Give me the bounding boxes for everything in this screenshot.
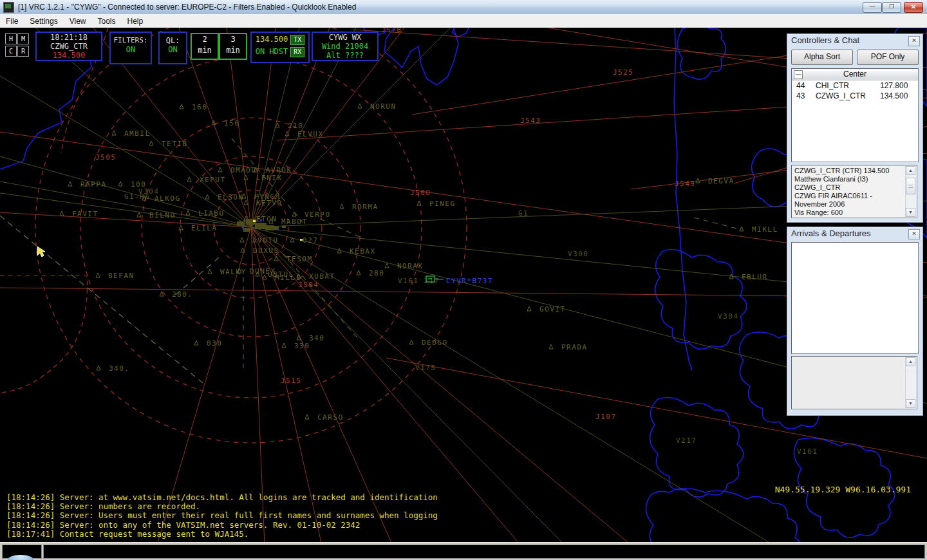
chat-log-line: [18:14:26] Server: Users must enter thei… — [6, 511, 438, 520]
mode-r-button[interactable]: R — [17, 46, 29, 57]
clock-panel[interactable]: 18:21:18 CZWG_CTR 134.500 — [35, 32, 102, 61]
radio-panel[interactable]: 134.500TX ON HDSTRX — [250, 32, 310, 63]
mode-m-button[interactable]: M — [17, 33, 29, 44]
controller-callsign: CHI_CTR — [816, 80, 880, 91]
minimize-button[interactable]: — — [863, 2, 882, 13]
controllers-chat-panel: Controllers & Chat ✕ Alpha Sort POF Only… — [787, 33, 923, 223]
mode-c-button[interactable]: C — [5, 46, 17, 57]
arrivals-close-icon[interactable]: ✕ — [908, 229, 920, 239]
weather-panel[interactable]: CYWG WX Wind 21004 Alt ???? — [312, 32, 379, 61]
group-header-label: Center — [843, 70, 866, 79]
chat-log-line: [18:17:41] Contact request message sent … — [6, 530, 438, 539]
controller-info-line: CZWG_I_CTR (CTR) 134.500 — [794, 167, 905, 175]
fix-label: DEGVA — [708, 177, 735, 185]
airway-label: V161 — [797, 447, 818, 456]
controller-group-header[interactable]: — Center — [792, 69, 918, 80]
pof-only-button[interactable]: POF Only — [857, 50, 919, 65]
controller-info-line: Vis Range: 600 — [794, 209, 905, 217]
timer-3min-button[interactable]: 3 min — [219, 33, 247, 60]
menu-settings[interactable]: Settings — [24, 15, 63, 27]
quicklook-toggle[interactable]: QL: ON — [158, 32, 187, 64]
wx-station: CYWG WX — [313, 33, 377, 42]
fix-label: NORUN — [370, 102, 397, 111]
aircraft-target-yellow — [253, 220, 256, 222]
controller-info-line: CZWG_I_CTR — [794, 183, 905, 192]
fix-label: AVOTU — [252, 236, 279, 245]
airport-symbol-cluster — [237, 221, 245, 226]
controller-frequency: 134.500 — [880, 91, 918, 101]
jet-airway-label: J515 — [281, 377, 302, 385]
controller-frequency: 127.800 — [880, 80, 918, 91]
collapse-icon[interactable]: — — [794, 70, 803, 79]
controller-info-line: Matthew Cianfarani (I3) — [794, 175, 905, 183]
radio-frequency: 134.500 — [256, 35, 288, 44]
scroll-up-icon[interactable]: ▲ — [906, 357, 915, 366]
fix-label: 330 — [294, 342, 310, 350]
fix-label: RORMA — [352, 203, 379, 211]
jet-airway-label: J578 — [381, 28, 402, 34]
scroll-down-icon[interactable]: ▼ — [906, 399, 915, 408]
fix-label: 150 — [224, 119, 239, 127]
airport-symbol-cluster — [243, 228, 250, 232]
scroll-up-icon[interactable]: ▲ — [906, 166, 915, 175]
airport-symbol-cluster — [255, 223, 267, 229]
controller-info-line: CZWG FIR AIRAC0611 - — [794, 192, 905, 200]
menu-tools[interactable]: Tools — [92, 15, 122, 27]
info-scrollbar[interactable]: ▲ ▼ — [905, 166, 916, 217]
jet-airway-label: J525 — [613, 68, 634, 77]
jet-airway-label: J549 — [675, 180, 696, 188]
wx-altimeter: Alt ???? — [313, 51, 377, 60]
fix-label: XUBAT — [309, 272, 335, 281]
chat-log-line: [18:14:26] Server: onto any of the VATSI… — [6, 521, 438, 530]
close-button[interactable]: ✕ — [904, 2, 923, 13]
aircraft-target-blue — [242, 227, 244, 229]
fix-label: CARSO — [317, 413, 344, 422]
menu-file[interactable]: File — [0, 15, 24, 27]
timer-2min-button[interactable]: 2 min — [191, 33, 219, 60]
airway-label: G1 — [518, 209, 529, 218]
fix-label: 030 — [207, 339, 222, 348]
aircraft-target-yellow — [300, 239, 303, 241]
maximize-button[interactable]: ❐ — [882, 2, 901, 13]
aircraft-datablock[interactable]: CYVR*B737 — [446, 277, 493, 285]
window-title: [1] VRC 1.2.1 - "CYWG" - Connected to se… — [18, 3, 356, 12]
controller-row[interactable]: 44 CHI_CTR 127.800 — [792, 80, 918, 91]
fix-label: DUXUS — [253, 247, 279, 255]
fix-label: 340. — [109, 364, 130, 373]
controller-info-box[interactable]: CZWG_I_CTR (CTR) 134.500Matthew Cianfara… — [791, 165, 917, 218]
alpha-sort-button[interactable]: Alpha Sort — [791, 50, 853, 65]
command-input[interactable] — [43, 545, 925, 559]
fix-label: MIKLL — [752, 225, 778, 234]
menu-help[interactable]: Help — [122, 15, 149, 27]
app-icon — [3, 2, 14, 13]
controller-row[interactable]: 43 CZWG_I_CTR 134.500 — [792, 91, 918, 101]
controllers-close-icon[interactable]: ✕ — [908, 36, 920, 46]
timer-3-unit: min — [220, 45, 246, 56]
hide-button[interactable]: H — [5, 33, 17, 44]
arrivals-info-box[interactable]: ▲ ▼ — [791, 356, 917, 409]
menu-bar: FileSettingsViewToolsHelp — [0, 14, 927, 28]
airway-label: V161 217 — [398, 277, 440, 285]
title-bar[interactable]: [1] VRC 1.2.1 - "CYWG" - Connected to se… — [0, 0, 927, 15]
fix-label: 340 — [309, 334, 324, 342]
arrivals-scrollbar[interactable]: ▲ ▼ — [905, 357, 916, 408]
fix-label: 160 — [192, 103, 207, 111]
fix-label: DEDGO — [422, 339, 448, 347]
controller-info-line: November 2006 — [794, 200, 905, 209]
airway-label: G1-R6 — [124, 192, 151, 201]
fix-label: VERPO — [304, 210, 331, 219]
filters-toggle[interactable]: FILTERS: ON — [109, 32, 152, 64]
menu-view[interactable]: View — [64, 15, 92, 27]
radio-chat-log[interactable]: [18:14:26] Server: at www.vatsim.net/doc… — [6, 493, 438, 539]
scroll-down-icon[interactable]: ▼ — [906, 208, 915, 217]
fix-label: 280. — [172, 290, 193, 299]
rx-indicator[interactable]: RX — [290, 47, 304, 57]
fix-label: MABOT — [281, 218, 308, 226]
arrivals-list[interactable] — [791, 242, 919, 354]
tx-indicator[interactable]: TX — [290, 35, 304, 45]
fix-label: TETIB — [162, 140, 188, 148]
scroll-thumb[interactable] — [906, 178, 915, 194]
filters-state: ON — [111, 45, 151, 54]
controller-list[interactable]: — Center 44 CHI_CTR 127.80043 CZWG_I_CTR… — [791, 68, 919, 162]
fix-label: ELVUX — [297, 130, 324, 138]
